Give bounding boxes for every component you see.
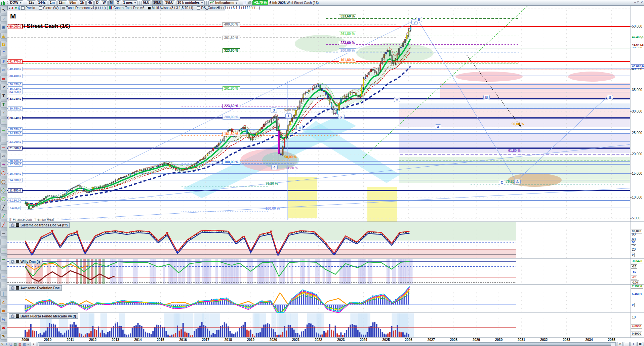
horizontal-scrollbar[interactable] (38, 342, 616, 346)
timeframe-button-144s[interactable]: 144s (37, 0, 47, 5)
timeframe-button-1m[interactable]: 1m (48, 0, 56, 5)
maximize-button[interactable]: □ (637, 1, 639, 4)
scrollbar-thumb[interactable] (39, 343, 611, 346)
diagonal-black-icon[interactable]: ╱ (0, 205, 7, 211)
timeframe-button-12m[interactable]: 12m (57, 0, 67, 5)
indicator-toggle[interactable]: Control Total Doc v.6 (109, 6, 147, 10)
close-button[interactable]: ✕ (640, 1, 643, 4)
volume-bars-icon[interactable]: ▥ (18, 343, 22, 346)
fib-level-label[interactable]: 323,60 % (339, 14, 356, 19)
zoom-selection-icon[interactable]: ▣ (0, 24, 7, 30)
fib-level-label[interactable]: 323,60 % (223, 48, 240, 53)
collapse-toolbar-icon[interactable]: ▴ (9, 6, 10, 9)
ruler-icon[interactable]: ▱ (0, 153, 7, 159)
chart-window-icon[interactable]: ◰ (23, 343, 26, 346)
zoom-icon[interactable]: ○ (0, 15, 7, 22)
unit-button-10kU[interactable]: 10kU (152, 0, 163, 5)
price-level-label[interactable]: 21.500,0 (8, 146, 23, 150)
note-tool-icon[interactable]: T (0, 101, 7, 108)
fib-level-label[interactable]: 200,00 % (223, 115, 240, 120)
fib-level-label[interactable]: 223,60 % (339, 41, 356, 45)
fib-level-label[interactable]: 223,60 % (223, 104, 240, 109)
ellipse-green-icon[interactable]: ◯ (0, 187, 7, 193)
angle-icon[interactable]: ∠ (0, 299, 7, 305)
price-level-label[interactable]: 50.000,0 (8, 25, 23, 29)
draw-pencil-icon[interactable]: ✎ (0, 334, 7, 340)
fib-level-label[interactable]: 161,80 % (339, 58, 356, 62)
chat-icon[interactable]: ❏ (9, 343, 12, 346)
alarm-tool-icon[interactable]: ◬ (0, 33, 7, 39)
unit-button-35kU[interactable]: 35kU (164, 0, 175, 5)
minimize-button[interactable]: – (634, 1, 636, 4)
segment-tool-icon[interactable]: ⁄ (0, 110, 7, 116)
buy-arrow-icon[interactable]: ⬆ (15, 6, 17, 10)
cursor-icon[interactable]: ↖ (0, 7, 7, 13)
fib-level-label[interactable]: 361,80 % (223, 36, 240, 40)
diagonal-green-icon[interactable]: ╱ (0, 213, 7, 219)
checkbox-icon[interactable] (21, 6, 25, 10)
ellipse-brown-icon[interactable]: ◯ (0, 179, 7, 185)
elliott-wave-label[interactable]: 4 (271, 165, 278, 170)
hline-red2-icon[interactable]: ─ (0, 265, 7, 271)
price-level-label[interactable]: 30.750,0 (8, 106, 23, 111)
price-level-label[interactable]: 11.550,0 (8, 188, 23, 193)
trend-arrow-icon[interactable]: ↗ (0, 84, 7, 90)
checkbox-icon[interactable] (39, 6, 42, 10)
elliott-wave-label[interactable]: A (435, 124, 441, 130)
hline-navy-icon[interactable]: ─ (0, 282, 7, 288)
price-level-label[interactable]: 33.040,0 (8, 97, 23, 101)
timeframe-button-W[interactable]: W (101, 0, 107, 5)
info-icon[interactable]: i (243, 1, 247, 5)
scroll-left-button[interactable]: ‹ (31, 342, 36, 346)
price-level-label[interactable]: 9.150,0 (8, 199, 21, 203)
fib-level-label[interactable]: 200,00 % (339, 48, 356, 53)
vline-icon[interactable]: │ (0, 291, 7, 297)
ellipse-lightgreen-icon[interactable]: ◯ (0, 196, 7, 202)
price-level-label[interactable]: 36.450,0 (8, 82, 23, 87)
elliott-wave-label[interactable]: 3 (271, 107, 277, 113)
hline-darkgreen2-icon[interactable]: ─ (0, 256, 7, 262)
sell-arrow-icon[interactable]: ⬇ (11, 6, 14, 10)
symbol-select[interactable]: DOW ▼ (9, 0, 23, 5)
export-image-icon[interactable]: ▤ (14, 343, 17, 346)
elliott-wave-label[interactable]: i (285, 113, 292, 119)
close-position-icon[interactable]: ✕ (18, 6, 20, 10)
indicator-toggle[interactable]: Precio (21, 6, 38, 10)
share-icon[interactable]: ⋔ (5, 343, 8, 346)
hline-darkgreen-icon[interactable]: ─ (0, 136, 7, 142)
price-level-label[interactable]: 41.770,0 (8, 59, 23, 64)
price-level-label[interactable]: 15.450,0 (8, 172, 23, 176)
price-level-label[interactable]: 34.650,0 (8, 90, 23, 94)
price-level-label[interactable]: 7.450,0 (8, 206, 21, 210)
zoom-fit-icon[interactable]: ◎ (617, 342, 623, 346)
elliott-wave-label[interactable]: ii (296, 125, 303, 130)
indicator-toggle[interactable]: Cierre (W) (39, 6, 61, 10)
fibonacci-tool-icon[interactable]: F (0, 50, 7, 56)
timeframe-button-56m[interactable]: 56m (68, 0, 78, 5)
text-tool-icon[interactable]: T (0, 93, 7, 99)
checkbox-icon[interactable] (197, 6, 200, 10)
timeframe-button-1h[interactable]: 1h (79, 0, 86, 5)
elliott-wave-label[interactable]: y (338, 114, 345, 119)
color-swatch-icon[interactable] (62, 7, 65, 9)
rect-red-icon[interactable]: ▭ (0, 76, 7, 82)
hline-black-icon[interactable]: ─ (0, 230, 7, 236)
price-level-label[interactable]: 23.000,0 (8, 140, 23, 144)
hline-red-icon[interactable]: ─ (0, 144, 7, 151)
diagonal-red-icon[interactable]: ╱ (0, 222, 7, 228)
hline-lightgreen-icon[interactable]: ─ (0, 119, 7, 125)
elliott-wave-label[interactable]: ≡ (394, 97, 400, 102)
elliott-wave-label[interactable]: 5 (416, 17, 422, 22)
hline-fib-icon[interactable]: ₣ (0, 58, 7, 65)
price-level-label[interactable]: 40.100,0 (8, 67, 23, 71)
rect-blue-icon[interactable]: ▭ (0, 67, 7, 73)
hline-pink-icon[interactable]: ─ (0, 239, 7, 245)
unit-button-5kU[interactable]: 5kU (142, 0, 151, 5)
indicator-toggle[interactable]: DS_CotasHist (1 t t t 3 1 1 t f f f f f … (197, 6, 260, 10)
bell-icon[interactable]: Ω (0, 41, 7, 47)
elliott-wave-label[interactable]: A (514, 179, 521, 184)
timeframe-button-D[interactable]: D (94, 0, 100, 5)
period-select[interactable]: 1 mes ▼ (122, 0, 138, 5)
timeframe-button-4h[interactable]: 4h (86, 0, 94, 5)
pattern-icon[interactable]: ∿ (0, 162, 7, 168)
